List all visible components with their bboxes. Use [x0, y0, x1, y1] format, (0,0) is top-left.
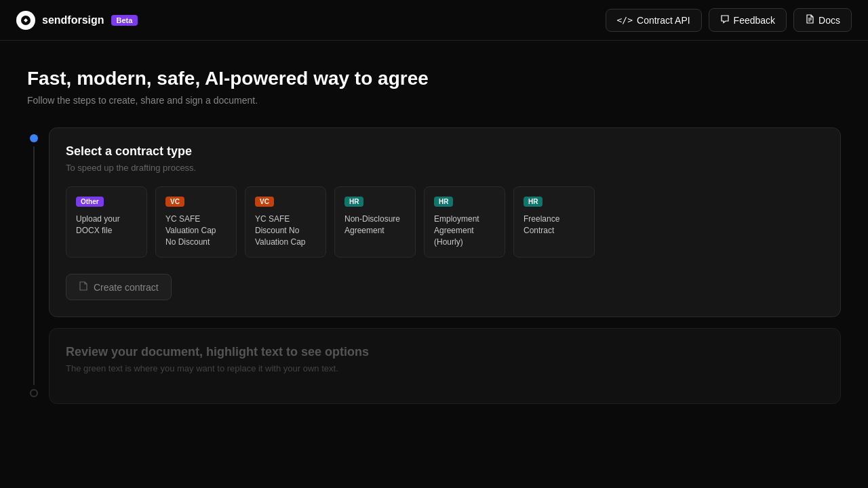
create-contract-icon [79, 281, 88, 293]
contract-name-2: YC SAFE Discount No Valuation Cap [255, 214, 316, 247]
contract-card-4[interactable]: HR Employment Agreement (Hourly) [424, 186, 505, 258]
contract-name-3: Non-Disclosure Agreement [344, 214, 406, 237]
contract-tag-1: VC [165, 197, 184, 207]
contract-api-label: Contract API [637, 15, 690, 26]
step2-title: Review your document, highlight text to … [66, 345, 824, 359]
main-content: Fast, modern, safe, AI-powered way to ag… [0, 41, 868, 404]
logo-text: sendforsign [42, 14, 104, 26]
doc-icon [805, 14, 814, 26]
step1-subtitle: To speed up the drafting process. [66, 163, 824, 173]
timeline-line [33, 146, 35, 385]
step2-card: Review your document, highlight text to … [49, 328, 841, 404]
hero-title: Fast, modern, safe, AI-powered way to ag… [27, 68, 841, 89]
contract-tag-4: HR [434, 197, 453, 207]
step1-card: Select a contract type To speed up the d… [49, 127, 841, 317]
feedback-label: Feedback [734, 15, 775, 26]
header-actions: </> Contract API Feedback Docs [606, 8, 852, 32]
contract-card-0[interactable]: Other Upload your DOCX file [66, 186, 147, 258]
step2-subtitle: The green text is where you may want to … [66, 363, 824, 373]
docs-label: Docs [818, 15, 840, 26]
step1-dot [30, 134, 38, 142]
steps-content: Select a contract type To speed up the d… [49, 127, 841, 404]
contract-tag-0: Other [76, 197, 104, 207]
contract-api-button[interactable]: </> Contract API [606, 9, 702, 32]
step2-dot [30, 389, 38, 397]
contract-card-3[interactable]: HR Non-Disclosure Agreement [334, 186, 416, 258]
create-contract-button[interactable]: Create contract [66, 274, 172, 300]
contract-card-1[interactable]: VC YC SAFE Valuation Cap No Discount [155, 186, 237, 258]
logo-area: sendforsign Beta [16, 11, 138, 30]
feedback-button[interactable]: Feedback [709, 8, 787, 32]
hero-subtitle: Follow the steps to create, share and si… [27, 95, 841, 106]
contract-type-grid: Other Upload your DOCX file VC YC SAFE V… [66, 186, 824, 260]
step1-title: Select a contract type [66, 144, 824, 159]
beta-badge: Beta [111, 15, 138, 26]
contract-tag-3: HR [344, 197, 363, 207]
steps-layout: Select a contract type To speed up the d… [27, 127, 841, 404]
contract-name-1: YC SAFE Valuation Cap No Discount [165, 214, 226, 247]
contract-name-4: Employment Agreement (Hourly) [434, 214, 495, 247]
contract-card-5[interactable]: HR Freelance Contract [513, 186, 595, 258]
header: sendforsign Beta </> Contract API Feedba… [0, 0, 868, 41]
chat-icon [720, 14, 730, 26]
contract-card-2[interactable]: VC YC SAFE Discount No Valuation Cap [245, 186, 326, 258]
contract-tag-5: HR [524, 197, 542, 207]
logo-icon [16, 11, 35, 30]
code-icon: </> [617, 15, 633, 25]
docs-button[interactable]: Docs [793, 8, 852, 32]
contract-tag-2: VC [255, 197, 274, 207]
create-contract-label: Create contract [94, 282, 159, 293]
contract-name-0: Upload your DOCX file [76, 214, 137, 237]
timeline [27, 127, 41, 404]
contract-name-5: Freelance Contract [524, 214, 585, 237]
